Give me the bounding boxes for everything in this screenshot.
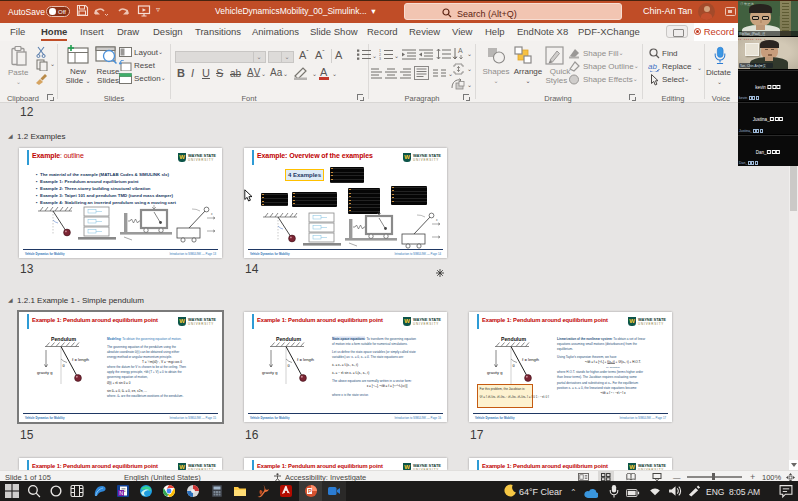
svg-text:Pendulum: Pendulum bbox=[51, 336, 76, 342]
svg-text:gravity g: gravity g bbox=[262, 370, 278, 375]
svg-text:3: 3 bbox=[379, 57, 381, 61]
svg-text:ℓ = length: ℓ = length bbox=[522, 357, 540, 362]
svg-text:ℓ = length: ℓ = length bbox=[297, 357, 315, 362]
svg-text:Pendulum: Pendulum bbox=[276, 336, 301, 342]
svg-text:gravity g: gravity g bbox=[487, 370, 503, 375]
svg-text:θ: θ bbox=[63, 363, 66, 368]
svg-text:θ: θ bbox=[288, 363, 291, 368]
svg-text:N: N bbox=[119, 490, 123, 496]
svg-text:x: x bbox=[211, 212, 213, 216]
svg-text:Pendulum: Pendulum bbox=[501, 336, 526, 342]
svg-text:gravity g: gravity g bbox=[37, 370, 53, 375]
svg-text:ab: ab bbox=[648, 62, 657, 71]
svg-text:A: A bbox=[458, 47, 463, 54]
svg-text:ℓ = length: ℓ = length bbox=[72, 357, 90, 362]
svg-text:θ: θ bbox=[513, 363, 516, 368]
svg-text:x: x bbox=[436, 218, 438, 222]
svg-text:P: P bbox=[308, 488, 312, 494]
